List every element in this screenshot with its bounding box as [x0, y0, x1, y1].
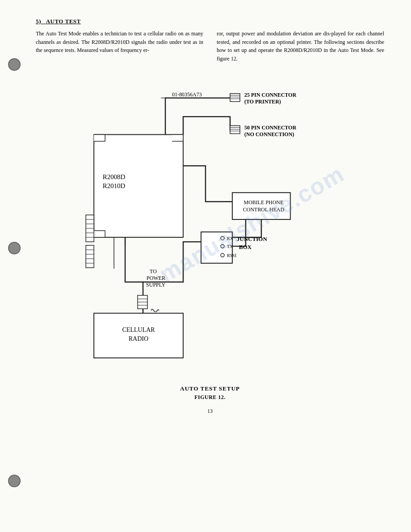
connector-50pin-sublabel: (NO CONNECTION) [244, 131, 294, 137]
junction-label1: JUNCTION [237, 236, 267, 242]
figure-main-caption: AUTO TEST SETUP [36, 385, 384, 392]
page: 5) AUTO TEST The Auto Test Mode enables … [0, 0, 411, 532]
tx-label: TX [227, 244, 233, 249]
connector-left-block2 [86, 245, 94, 268]
rx-label: RX [227, 236, 234, 241]
cable-to-mobile [183, 166, 232, 202]
device-label1: R2008D [103, 174, 125, 181]
rssi-circle [221, 253, 224, 257]
mobile-label2: CONTROL HEAD [243, 206, 285, 213]
power-label-2: POWER [146, 275, 165, 281]
power-label-1: TO [150, 268, 157, 275]
box-notch-tr [172, 135, 183, 142]
diagram-container: manualshive.com 01-80356A73 25 PIN CONNE… [36, 72, 384, 376]
ground-squiggle [151, 309, 159, 312]
figure-sub-caption: FIGURE 12. [36, 394, 384, 401]
right-column: ror, output power and modulation deviati… [217, 30, 384, 63]
connector-50pin-box [230, 126, 240, 134]
hole-punch-3 [8, 475, 21, 487]
connector-25pin-box [230, 94, 240, 102]
left-column: The Auto Test Mode enables a technician … [36, 30, 203, 63]
hole-punch-1 [8, 58, 21, 71]
section-heading: AUTO TEST [46, 18, 81, 25]
device-label2: R2010D [103, 183, 125, 190]
cable-label: 01-80356A73 [172, 91, 201, 98]
junction-label2: BOX [239, 244, 252, 250]
mobile-label1: MOBILE PHONE [244, 199, 283, 206]
intro-text: The Auto Test Mode enables a technician … [36, 30, 384, 63]
figure-caption: AUTO TEST SETUP FIGURE 12. [36, 385, 384, 401]
rx-circle [221, 236, 224, 240]
connector-50pin-label: 50 PIN CONNECTOR [244, 124, 296, 131]
section-title: 5) AUTO TEST [36, 18, 384, 25]
cellular-label-1: CELLULAR [122, 327, 155, 334]
connector-25pin-sublabel: (TO PRINTER) [244, 99, 281, 105]
box-notch-tl [94, 135, 105, 142]
box-notch-bl [94, 231, 105, 237]
connector-25pin-label: 25 PIN CONNECTOR [244, 92, 296, 98]
rssi-label: RSSI [227, 253, 236, 258]
cable-to-junction [232, 219, 261, 237]
section-number: 5) [36, 18, 41, 25]
diagram-svg: 01-80356A73 25 PIN CONNECTOR (TO PRINTER… [36, 72, 384, 376]
tx-circle [221, 245, 224, 248]
hole-punch-2 [8, 242, 21, 254]
page-number: 13 [36, 408, 384, 415]
cellular-label-2: RADIO [128, 336, 148, 343]
